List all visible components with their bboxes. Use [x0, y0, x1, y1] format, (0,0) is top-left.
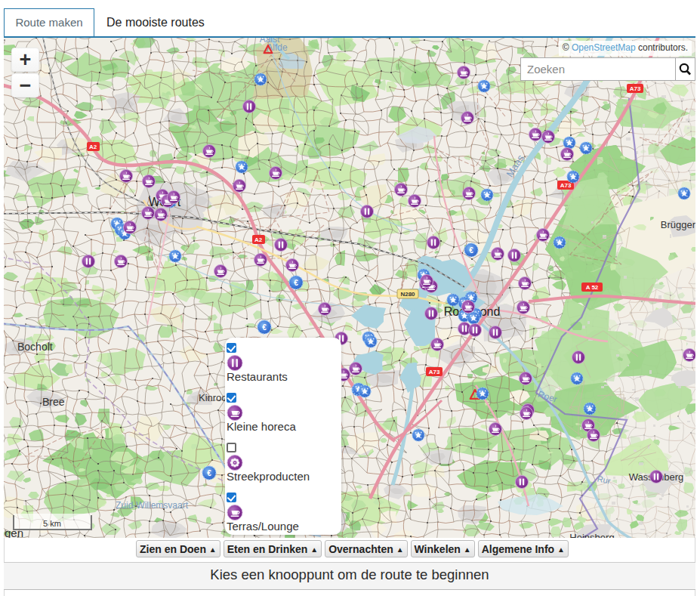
svg-text:Bree: Bree	[42, 396, 65, 408]
svg-text:A73: A73	[560, 182, 572, 189]
svg-text:A2: A2	[254, 236, 263, 243]
svg-text:N280: N280	[400, 291, 415, 298]
svg-text:Zuid-Willemsvaart: Zuid-Willemsvaart	[116, 500, 189, 511]
svg-text:A 52: A 52	[586, 284, 599, 291]
svg-text:A73: A73	[429, 369, 440, 375]
svg-text:Brügger: Brügger	[661, 219, 695, 230]
svg-text:5 km: 5 km	[43, 519, 61, 528]
svg-text:A2: A2	[89, 144, 97, 150]
svg-text:Bocholt: Bocholt	[17, 341, 53, 353]
svg-text:Heinsberg: Heinsberg	[569, 532, 614, 538]
svg-text:A73: A73	[630, 85, 641, 92]
